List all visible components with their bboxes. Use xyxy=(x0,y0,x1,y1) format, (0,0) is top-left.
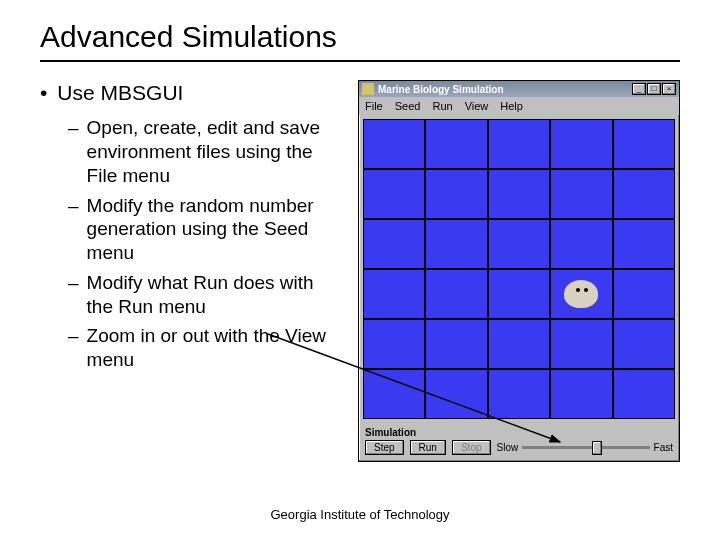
grid-cell xyxy=(425,269,487,319)
grid-cell xyxy=(613,119,675,169)
sub-bullet-text: Modify the random number generation usin… xyxy=(87,194,340,265)
menu-seed[interactable]: Seed xyxy=(395,100,421,112)
grid-cell xyxy=(488,219,550,269)
slide-title: Advanced Simulations xyxy=(40,20,680,62)
menu-view[interactable]: View xyxy=(465,100,489,112)
stop-button[interactable]: Stop xyxy=(452,440,491,455)
footer-text: Georgia Institute of Technology xyxy=(0,507,720,522)
sub-bullet: – Modify what Run does with the Run menu xyxy=(68,271,340,319)
grid-cell xyxy=(363,369,425,419)
grid-cell xyxy=(488,269,550,319)
bullet-main-text: Use MBSGUI xyxy=(57,80,183,106)
menubar: File Seed Run View Help xyxy=(359,97,679,115)
menu-help[interactable]: Help xyxy=(500,100,523,112)
grid-cell xyxy=(488,169,550,219)
fish-icon xyxy=(564,280,598,308)
grid-cell xyxy=(363,169,425,219)
step-button[interactable]: Step xyxy=(365,440,404,455)
grid-cell xyxy=(613,369,675,419)
grid-cell xyxy=(613,319,675,369)
simulation-label: Simulation xyxy=(365,427,673,438)
dash-icon: – xyxy=(68,116,79,187)
grid-cell xyxy=(488,119,550,169)
sub-bullet: – Open, create, edit and save environmen… xyxy=(68,116,340,187)
grid-cell xyxy=(425,169,487,219)
grid-cell xyxy=(613,169,675,219)
app-window: Marine Biology Simulation _ □ × File See… xyxy=(358,80,680,462)
grid-cell-fish xyxy=(550,269,612,319)
sub-bullet: – Modify the random number generation us… xyxy=(68,194,340,265)
grid-cell xyxy=(488,319,550,369)
dash-icon: – xyxy=(68,324,79,372)
app-icon xyxy=(362,83,374,95)
simulation-panel: Simulation Step Run Stop Slow Fast xyxy=(359,423,679,461)
dash-icon: – xyxy=(68,194,79,265)
text-column: • Use MBSGUI – Open, create, edit and sa… xyxy=(40,80,340,378)
menu-run[interactable]: Run xyxy=(432,100,452,112)
slider-track[interactable] xyxy=(522,446,649,449)
grid-cell xyxy=(363,269,425,319)
titlebar: Marine Biology Simulation _ □ × xyxy=(359,81,679,97)
speed-slider[interactable]: Slow Fast xyxy=(497,442,673,453)
close-button[interactable]: × xyxy=(662,83,676,95)
slider-slow-label: Slow xyxy=(497,442,519,453)
bullet-main: • Use MBSGUI xyxy=(40,80,340,106)
grid-cell xyxy=(550,169,612,219)
bullet-dot-icon: • xyxy=(40,80,47,106)
sub-bullet-text: Modify what Run does with the Run menu xyxy=(87,271,340,319)
grid-cell xyxy=(363,119,425,169)
grid-cell xyxy=(425,119,487,169)
grid-cell xyxy=(425,319,487,369)
grid-cell xyxy=(425,369,487,419)
slider-thumb[interactable] xyxy=(592,441,602,455)
grid-cell xyxy=(613,219,675,269)
grid-cell xyxy=(363,319,425,369)
grid-cell xyxy=(550,119,612,169)
sub-bullet-text: Open, create, edit and save environment … xyxy=(87,116,340,187)
grid-cell xyxy=(550,369,612,419)
environment-grid[interactable] xyxy=(363,119,675,419)
sub-bullet-text: Zoom in or out with the View menu xyxy=(87,324,340,372)
grid-cell xyxy=(550,319,612,369)
grid-cell xyxy=(363,219,425,269)
run-button[interactable]: Run xyxy=(410,440,446,455)
minimize-button[interactable]: _ xyxy=(632,83,646,95)
grid-cell xyxy=(550,219,612,269)
sub-bullet: – Zoom in or out with the View menu xyxy=(68,324,340,372)
slider-fast-label: Fast xyxy=(654,442,673,453)
dash-icon: – xyxy=(68,271,79,319)
grid-cell xyxy=(425,219,487,269)
window-title: Marine Biology Simulation xyxy=(378,84,628,95)
grid-cell xyxy=(613,269,675,319)
menu-file[interactable]: File xyxy=(365,100,383,112)
grid-cell xyxy=(488,369,550,419)
maximize-button[interactable]: □ xyxy=(647,83,661,95)
